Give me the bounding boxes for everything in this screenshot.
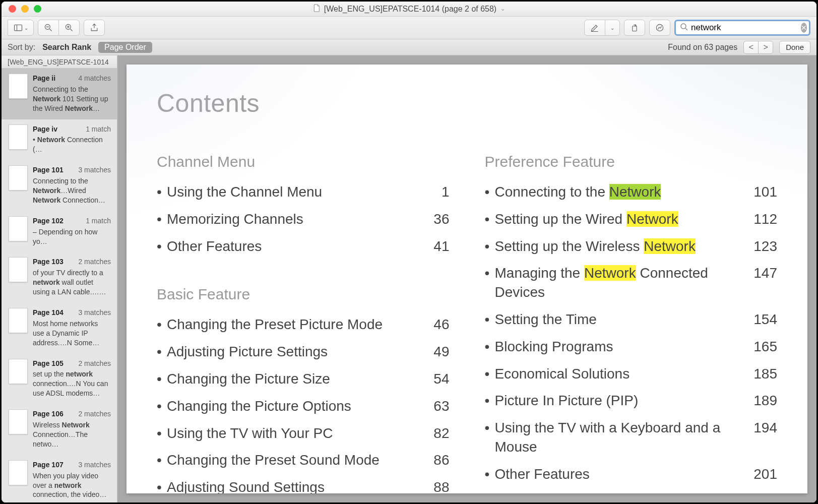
toc-item[interactable]: •Memorizing Channels36 [157,210,450,229]
result-thumbnail [9,257,28,282]
result-match-count: 1 match [86,124,111,134]
toc-item[interactable]: •Other Features201 [485,465,778,484]
sort-page-order-button[interactable]: Page Order [98,42,152,53]
toc-item[interactable]: •Setting up the Wired Network112 [485,210,778,229]
toc-item[interactable]: •Economical Solutions185 [485,364,778,384]
result-thumbnail [9,74,28,99]
toc-item[interactable]: •Managing the Network Connected Devices1… [485,264,778,302]
search-input[interactable] [691,23,798,33]
toc-item[interactable]: •Using the TV with a Keyboard and a Mous… [485,418,778,457]
prev-result-button[interactable]: < [743,41,759,54]
toc-section: Channel Menu•Using the Channel Menu1•Mem… [157,153,450,256]
result-snippet: Connecting to the Network 101 Setting up… [33,85,111,113]
sort-by-label: Sort by: [8,43,35,52]
window-title[interactable]: [Web_ENG_US]EPATSCE-1014 (page 2 of 658)… [313,4,505,14]
result-snippet: Connecting to the Network…Wired Network … [33,176,111,205]
toc-item-page: 165 [747,337,777,356]
sidebar-toggle-button[interactable]: ⌄ [8,20,34,36]
toc-item-page: 223 [747,492,777,493]
sort-search-rank-button[interactable]: Search Rank [42,43,91,52]
toc-item-text: Support Menu [495,492,747,493]
toc-item[interactable]: •Adjusting Picture Settings49 [157,342,450,361]
toc-item-text: Picture In Picture (PIP) [495,391,747,410]
highlight-menu-button[interactable]: ⌄ [605,20,620,36]
zoom-window-button[interactable] [34,5,41,13]
share-button[interactable] [84,20,105,36]
toc-item[interactable]: •Changing the Preset Sound Mode86 [157,451,450,470]
document-viewport[interactable]: Contents Channel Menu•Using the Channel … [117,55,816,502]
toc-item[interactable]: •Using the TV with Your PC82 [157,424,450,443]
markup-button[interactable] [649,20,670,36]
toc-item-page: 82 [419,424,450,443]
toc-item[interactable]: •Adjusting Sound Settings88 [157,478,450,493]
done-button[interactable]: Done [779,41,810,54]
svg-point-12 [681,24,686,29]
bullet-icon: • [485,182,495,202]
bullet-icon: • [485,337,495,356]
search-result-item[interactable]: Page 1032 matchesof your TV directly to … [2,252,117,303]
toc-item-text: Memorizing Channels [167,210,419,229]
result-snippet: Wireless Network Connection…The netwo… [33,420,111,449]
toc-item-text: Other Features [167,237,419,256]
toc-item[interactable]: •Setting the Time154 [485,310,778,329]
toc-item-page: 194 [747,418,777,457]
result-thumbnail [9,308,28,333]
search-field[interactable]: ✕ [674,20,810,36]
result-page-label: Page 106 [33,409,64,419]
toc-item[interactable]: •Using the Channel Menu1 [157,182,450,202]
document-icon [313,4,320,14]
toc-item[interactable]: •Connecting to the Network101 [485,182,778,202]
search-result-item[interactable]: Page 1021 match– Depending on how yo… [2,211,117,253]
bullet-icon: • [157,397,167,416]
sidebar-header: [Web_ENG_US]EPATSCE-1014 [2,55,117,69]
result-snippet: of your TV directly to a network wall ou… [33,268,111,297]
toc-section: Preference Feature•Connecting to the Net… [485,153,778,493]
search-results-list[interactable]: Page ii4 matchesConnecting to the Networ… [2,69,117,502]
toc-item[interactable]: •Other Features41 [157,237,450,256]
toc-item-page: 112 [747,210,777,229]
toc-section-title: Preference Feature [485,153,778,170]
toc-item[interactable]: •Changing the Preset Picture Mode46 [157,315,450,334]
next-result-button[interactable]: > [758,41,773,54]
search-result-item[interactable]: Page 1052 matchesset up the network conn… [2,354,117,405]
bullet-icon: • [157,369,167,389]
search-result-item[interactable]: Page 1013 matchesConnecting to the Netwo… [2,160,117,211]
toc-item[interactable]: •Changing the Picture Options63 [157,397,450,416]
bullet-icon: • [157,237,167,256]
result-thumbnail [9,165,28,191]
toc-item-text: Changing the Picture Options [167,397,419,416]
toc-item-page: 1 [419,182,450,202]
clear-search-button[interactable]: ✕ [801,23,807,33]
search-result-item[interactable]: Page 1043 matchesMost home networks use … [2,303,117,354]
bullet-icon: • [485,237,495,256]
search-result-item[interactable]: Page 1062 matchesWireless Network Connec… [2,404,117,455]
toc-item-page: 46 [419,315,450,334]
bullet-icon: • [485,364,495,384]
search-result-item[interactable]: Page ii4 matchesConnecting to the Networ… [2,69,117,119]
toc-item[interactable]: •Picture In Picture (PIP)189 [485,391,778,410]
toc-item-page: 123 [747,237,777,256]
svg-line-13 [685,28,687,30]
result-snippet: When you play video over a network conne… [33,471,111,500]
search-result-item[interactable]: Page 1073 matchesWhen you play video ove… [2,455,117,502]
rotate-button[interactable] [624,20,645,36]
toc-item[interactable]: •Blocking Programs165 [485,337,778,356]
toc-item-text: Changing the Picture Size [167,369,419,389]
toc-section-title: Channel Menu [157,153,450,170]
zoom-in-button[interactable] [58,20,80,36]
close-window-button[interactable] [9,5,16,13]
result-thumbnail [9,359,28,384]
found-count-label: Found on 63 pages [668,43,737,52]
search-icon [680,23,688,33]
toc-item[interactable]: •Support Menu223 [485,492,778,493]
pdf-page: Contents Channel Menu•Using the Channel … [127,65,807,493]
search-result-item[interactable]: Page iv1 match• Network Connection (… [2,119,117,161]
minimize-window-button[interactable] [21,5,29,13]
window-controls [9,5,41,13]
toc-item-page: 63 [419,397,450,416]
toc-item[interactable]: •Setting up the Wireless Network123 [485,237,778,256]
toc-item[interactable]: •Changing the Picture Size54 [157,369,450,389]
titlebar: [Web_ENG_US]EPATSCE-1014 (page 2 of 658)… [2,2,816,17]
zoom-out-button[interactable] [38,20,59,36]
highlight-button[interactable] [584,20,605,36]
